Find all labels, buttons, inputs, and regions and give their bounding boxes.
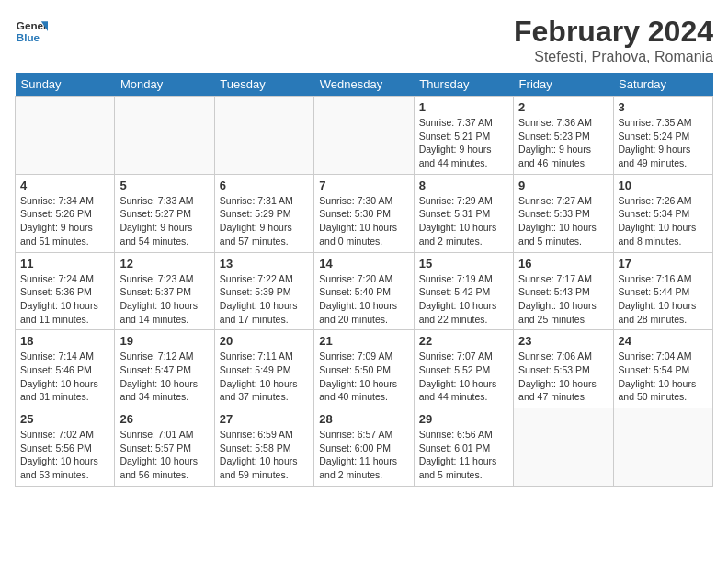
day-info: Sunrise: 7:17 AMSunset: 5:43 PMDaylight:… bbox=[518, 272, 608, 327]
calendar-cell: 8Sunrise: 7:29 AMSunset: 5:31 PMDaylight… bbox=[414, 174, 513, 252]
day-number: 26 bbox=[119, 412, 209, 426]
logo-icon: General Blue bbox=[15, 15, 48, 48]
calendar-cell bbox=[314, 97, 414, 175]
day-number: 12 bbox=[119, 257, 209, 270]
week-row-3: 11Sunrise: 7:24 AMSunset: 5:36 PMDayligh… bbox=[16, 252, 713, 330]
day-info: Sunrise: 7:37 AMSunset: 5:21 PMDaylight:… bbox=[419, 116, 508, 170]
day-info: Sunrise: 7:35 AMSunset: 5:24 PMDaylight:… bbox=[619, 116, 708, 170]
day-info: Sunrise: 7:12 AMSunset: 5:47 PMDaylight:… bbox=[119, 350, 209, 404]
calendar-cell: 18Sunrise: 7:14 AMSunset: 5:46 PMDayligh… bbox=[16, 330, 115, 408]
day-info: Sunrise: 7:36 AMSunset: 5:23 PMDaylight:… bbox=[518, 116, 608, 170]
day-info: Sunrise: 6:56 AMSunset: 6:01 PMDaylight:… bbox=[419, 428, 508, 482]
location-subtitle: Stefesti, Prahova, Romania bbox=[514, 49, 713, 65]
calendar-cell: 25Sunrise: 7:02 AMSunset: 5:56 PMDayligh… bbox=[16, 408, 115, 487]
calendar-cell: 21Sunrise: 7:09 AMSunset: 5:50 PMDayligh… bbox=[314, 330, 414, 408]
svg-text:General: General bbox=[17, 19, 48, 31]
day-number: 14 bbox=[319, 257, 408, 270]
calendar-cell: 3Sunrise: 7:35 AMSunset: 5:24 PMDaylight… bbox=[613, 97, 712, 175]
calendar-cell: 12Sunrise: 7:23 AMSunset: 5:37 PMDayligh… bbox=[115, 252, 214, 330]
header: General Blue February 2024 Stefesti, Pra… bbox=[15, 15, 713, 65]
day-number: 22 bbox=[419, 334, 508, 348]
calendar-cell bbox=[115, 97, 214, 175]
calendar-cell: 5Sunrise: 7:33 AMSunset: 5:27 PMDaylight… bbox=[115, 174, 214, 252]
calendar-cell: 17Sunrise: 7:16 AMSunset: 5:44 PMDayligh… bbox=[613, 252, 712, 330]
day-number: 6 bbox=[220, 178, 309, 192]
day-info: Sunrise: 7:26 AMSunset: 5:34 PMDaylight:… bbox=[619, 194, 708, 248]
day-number: 8 bbox=[419, 178, 508, 192]
calendar-cell bbox=[214, 97, 313, 175]
day-number: 15 bbox=[419, 257, 508, 270]
day-info: Sunrise: 7:30 AMSunset: 5:30 PMDaylight:… bbox=[319, 194, 408, 248]
day-number: 7 bbox=[319, 178, 408, 192]
calendar-cell: 7Sunrise: 7:30 AMSunset: 5:30 PMDaylight… bbox=[314, 174, 414, 252]
day-info: Sunrise: 7:19 AMSunset: 5:42 PMDaylight:… bbox=[419, 272, 508, 327]
calendar-cell: 19Sunrise: 7:12 AMSunset: 5:47 PMDayligh… bbox=[115, 330, 214, 408]
day-info: Sunrise: 7:29 AMSunset: 5:31 PMDaylight:… bbox=[419, 194, 508, 248]
week-row-1: 1Sunrise: 7:37 AMSunset: 5:21 PMDaylight… bbox=[16, 97, 713, 175]
day-info: Sunrise: 7:24 AMSunset: 5:36 PMDaylight:… bbox=[20, 272, 109, 327]
day-number: 20 bbox=[220, 334, 309, 348]
day-number: 2 bbox=[518, 100, 608, 114]
week-row-5: 25Sunrise: 7:02 AMSunset: 5:56 PMDayligh… bbox=[16, 408, 713, 487]
calendar-cell: 29Sunrise: 6:56 AMSunset: 6:01 PMDayligh… bbox=[414, 408, 513, 487]
day-info: Sunrise: 7:33 AMSunset: 5:27 PMDaylight:… bbox=[119, 194, 209, 248]
day-number: 24 bbox=[619, 334, 708, 348]
day-number: 21 bbox=[319, 334, 408, 348]
calendar-cell: 27Sunrise: 6:59 AMSunset: 5:58 PMDayligh… bbox=[214, 408, 313, 487]
day-info: Sunrise: 7:11 AMSunset: 5:49 PMDaylight:… bbox=[220, 350, 309, 404]
svg-text:Blue: Blue bbox=[17, 31, 40, 43]
day-number: 27 bbox=[220, 412, 309, 426]
calendar-cell: 1Sunrise: 7:37 AMSunset: 5:21 PMDaylight… bbox=[414, 97, 513, 175]
calendar-cell: 22Sunrise: 7:07 AMSunset: 5:52 PMDayligh… bbox=[414, 330, 513, 408]
calendar-cell: 15Sunrise: 7:19 AMSunset: 5:42 PMDayligh… bbox=[414, 252, 513, 330]
day-number: 23 bbox=[518, 334, 608, 348]
calendar-cell bbox=[613, 408, 712, 487]
calendar-cell: 10Sunrise: 7:26 AMSunset: 5:34 PMDayligh… bbox=[613, 174, 712, 252]
week-row-2: 4Sunrise: 7:34 AMSunset: 5:26 PMDaylight… bbox=[16, 174, 713, 252]
calendar-cell bbox=[16, 97, 115, 175]
day-info: Sunrise: 7:04 AMSunset: 5:54 PMDaylight:… bbox=[619, 350, 708, 404]
calendar-cell: 2Sunrise: 7:36 AMSunset: 5:23 PMDaylight… bbox=[514, 97, 613, 175]
week-row-4: 18Sunrise: 7:14 AMSunset: 5:46 PMDayligh… bbox=[16, 330, 713, 408]
calendar-cell: 6Sunrise: 7:31 AMSunset: 5:29 PMDaylight… bbox=[214, 174, 313, 252]
day-info: Sunrise: 7:22 AMSunset: 5:39 PMDaylight:… bbox=[220, 272, 309, 327]
calendar-cell: 24Sunrise: 7:04 AMSunset: 5:54 PMDayligh… bbox=[613, 330, 712, 408]
calendar-cell: 13Sunrise: 7:22 AMSunset: 5:39 PMDayligh… bbox=[214, 252, 313, 330]
weekday-saturday: Saturday bbox=[613, 73, 712, 97]
calendar-cell: 9Sunrise: 7:27 AMSunset: 5:33 PMDaylight… bbox=[514, 174, 613, 252]
calendar-cell bbox=[514, 408, 613, 487]
calendar-table: SundayMondayTuesdayWednesdayThursdayFrid… bbox=[15, 73, 713, 487]
calendar-body: 1Sunrise: 7:37 AMSunset: 5:21 PMDaylight… bbox=[16, 97, 713, 487]
day-number: 13 bbox=[220, 257, 309, 270]
day-number: 25 bbox=[20, 412, 109, 426]
day-info: Sunrise: 7:31 AMSunset: 5:29 PMDaylight:… bbox=[220, 194, 309, 248]
day-info: Sunrise: 7:20 AMSunset: 5:40 PMDaylight:… bbox=[319, 272, 408, 327]
day-number: 3 bbox=[619, 100, 708, 114]
day-number: 4 bbox=[20, 178, 109, 192]
weekday-header-row: SundayMondayTuesdayWednesdayThursdayFrid… bbox=[16, 73, 713, 97]
day-number: 16 bbox=[518, 257, 608, 270]
title-area: February 2024 Stefesti, Prahova, Romania bbox=[514, 15, 713, 65]
logo: General Blue bbox=[15, 15, 48, 48]
day-info: Sunrise: 7:09 AMSunset: 5:50 PMDaylight:… bbox=[319, 350, 408, 404]
day-number: 29 bbox=[419, 412, 508, 426]
weekday-monday: Monday bbox=[115, 73, 214, 97]
day-info: Sunrise: 7:14 AMSunset: 5:46 PMDaylight:… bbox=[20, 350, 109, 404]
day-info: Sunrise: 7:07 AMSunset: 5:52 PMDaylight:… bbox=[419, 350, 508, 404]
calendar-cell: 26Sunrise: 7:01 AMSunset: 5:57 PMDayligh… bbox=[115, 408, 214, 487]
calendar-cell: 11Sunrise: 7:24 AMSunset: 5:36 PMDayligh… bbox=[16, 252, 115, 330]
weekday-wednesday: Wednesday bbox=[314, 73, 414, 97]
day-info: Sunrise: 7:23 AMSunset: 5:37 PMDaylight:… bbox=[119, 272, 209, 327]
day-number: 28 bbox=[319, 412, 408, 426]
calendar-cell: 20Sunrise: 7:11 AMSunset: 5:49 PMDayligh… bbox=[214, 330, 313, 408]
day-info: Sunrise: 7:02 AMSunset: 5:56 PMDaylight:… bbox=[20, 428, 109, 482]
day-info: Sunrise: 7:01 AMSunset: 5:57 PMDaylight:… bbox=[119, 428, 209, 482]
calendar-cell: 14Sunrise: 7:20 AMSunset: 5:40 PMDayligh… bbox=[314, 252, 414, 330]
day-info: Sunrise: 7:27 AMSunset: 5:33 PMDaylight:… bbox=[518, 194, 608, 248]
weekday-tuesday: Tuesday bbox=[214, 73, 313, 97]
day-number: 17 bbox=[619, 257, 708, 270]
day-info: Sunrise: 6:57 AMSunset: 6:00 PMDaylight:… bbox=[319, 428, 408, 482]
day-info: Sunrise: 6:59 AMSunset: 5:58 PMDaylight:… bbox=[220, 428, 309, 482]
day-number: 1 bbox=[419, 100, 508, 114]
weekday-friday: Friday bbox=[514, 73, 613, 97]
